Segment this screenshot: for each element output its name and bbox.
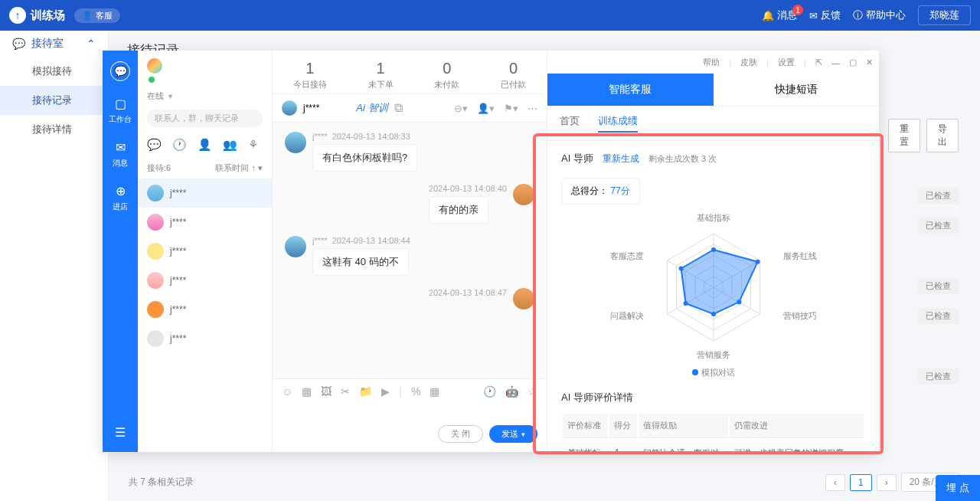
workspace-icon: ▢: [115, 97, 126, 111]
tab-chat-icon[interactable]: 💬: [147, 138, 162, 152]
menu-icon[interactable]: ☰: [115, 425, 126, 440]
stat-paid: 0已付款: [501, 60, 526, 90]
video-icon[interactable]: ▶: [381, 385, 390, 398]
chat-item[interactable]: j****: [138, 208, 272, 237]
avatar: [147, 301, 164, 318]
header-feedback[interactable]: ✉ 反馈: [809, 8, 841, 22]
footer: 共 7 条相关记录 ‹ 1 › 20 条/页 ▾: [129, 473, 959, 492]
checked-badge: 已检查: [918, 188, 959, 204]
more-icon[interactable]: ⋯: [528, 103, 537, 114]
header-help[interactable]: ⓘ 帮助中心: [853, 8, 906, 22]
clip-icon[interactable]: ✂: [341, 385, 350, 398]
tab-quick-phrase[interactable]: 快捷短语: [714, 74, 880, 106]
stat-noorder: 1未下单: [368, 60, 394, 90]
close-button[interactable]: 关 闭: [438, 425, 483, 443]
username[interactable]: 郑晓莲: [918, 5, 971, 25]
ai-header: AI 导师 重新生成 剩余生成次数 3 次: [561, 152, 865, 165]
modal-help[interactable]: 帮助: [703, 57, 720, 68]
percent-icon[interactable]: %: [411, 385, 420, 398]
eval-title: AI 导师评价详情: [561, 391, 865, 404]
doc-icon[interactable]: ▦: [430, 385, 439, 398]
sidebar-section[interactable]: 💬 接待室 ⌃: [0, 31, 108, 57]
header-messages[interactable]: 🔔 消息 1: [762, 8, 797, 22]
search-input[interactable]: 联系人，群，聊天记录: [147, 110, 263, 127]
next-page[interactable]: ›: [877, 474, 897, 491]
close-icon[interactable]: ✕: [866, 57, 873, 67]
chat-bubble-icon: 💬: [110, 61, 130, 81]
ai-mentor-title: AI 导师: [561, 152, 593, 165]
msg-bubble: 有白色休闲板鞋吗?: [312, 144, 417, 172]
tool-icon[interactable]: ⊖▾: [454, 103, 468, 114]
svg-marker-11: [681, 250, 757, 314]
chevron-down-icon[interactable]: ▼: [167, 93, 174, 100]
person-icon: 👤: [82, 11, 93, 21]
tab-people-icon[interactable]: 👥: [223, 138, 237, 152]
tab-person-icon[interactable]: 👤: [198, 138, 212, 152]
envelope-icon: ✉: [116, 140, 126, 155]
regenerate-link[interactable]: 重新生成: [603, 152, 639, 165]
subtab-results[interactable]: 训练成绩: [598, 114, 638, 133]
emoji-icon[interactable]: ☺: [282, 385, 292, 398]
export-button[interactable]: 导出: [926, 119, 959, 152]
prev-page[interactable]: ‹: [825, 474, 845, 491]
chat-item[interactable]: j****: [138, 237, 272, 266]
history-icon[interactable]: 🕐: [483, 385, 496, 398]
image-icon[interactable]: 🖼: [321, 385, 332, 398]
chat-item[interactable]: j****: [138, 295, 272, 324]
tab-clock-icon[interactable]: 🕐: [172, 138, 187, 152]
float-button[interactable]: 埋 点: [936, 475, 980, 501]
avatar: [147, 330, 164, 347]
rail-chat[interactable]: 💬: [110, 61, 130, 81]
robot-icon[interactable]: 🤖: [505, 385, 518, 398]
message-row: j**** 2024-09-13 14:08:44 这鞋有 40 码的不: [285, 236, 534, 276]
modal-settings[interactable]: 设置: [778, 57, 795, 68]
ai-content[interactable]: AI 导师 重新生成 剩余生成次数 3 次 总得分： 77分: [547, 141, 879, 452]
tab-smart-service[interactable]: 智能客服: [547, 74, 714, 106]
status-avatar[interactable]: [147, 58, 162, 74]
text-input[interactable]: [282, 404, 537, 425]
message-list[interactable]: j**** 2024-09-13 14:08:33 有白色休闲板鞋吗? 2024…: [273, 123, 547, 378]
rail-workspace[interactable]: ▢ 工作台: [109, 97, 132, 125]
attach-icon[interactable]: ▦: [302, 385, 312, 398]
online-text[interactable]: 在线: [147, 90, 164, 102]
sub-tabs: 首页 训练成绩: [547, 106, 879, 141]
rail-enter[interactable]: ⊕ 进店: [113, 184, 128, 212]
chat-item[interactable]: j****: [138, 266, 272, 295]
total-count: 共 7 条相关记录: [129, 476, 194, 489]
folder-icon[interactable]: 📁: [359, 385, 372, 398]
chat-item[interactable]: j****: [138, 324, 272, 353]
reset-button[interactable]: 重置: [888, 119, 920, 152]
chat-user-name: j****: [303, 103, 319, 113]
chat-item[interactable]: j****: [138, 178, 272, 208]
sidebar-item-records[interactable]: 接待记录: [0, 86, 108, 115]
sidebar-item-simulate[interactable]: 模拟接待: [0, 57, 108, 86]
score-value: 77分: [610, 185, 629, 196]
rail-messages[interactable]: ✉ 消息: [113, 140, 128, 169]
sidebar: 💬 接待室 ⌃ 模拟接待 接待记录 接待详情: [0, 31, 109, 501]
send-button[interactable]: 发送▾: [489, 425, 537, 443]
modal-skin[interactable]: 皮肤: [740, 57, 757, 68]
tab-share-icon[interactable]: ⚘: [248, 138, 258, 152]
filter-right[interactable]: 联系时间 ↑ ▾: [215, 162, 263, 174]
input-area: ☺ ▦ 🖼 ✂ 📁 ▶ | % ▦ 🕐 🤖 ☆ 关 闭: [273, 378, 547, 452]
star-icon[interactable]: ☆: [528, 385, 537, 398]
chat-filter: 接待:6 联系时间 ↑ ▾: [138, 158, 272, 178]
new-window-icon[interactable]: ⧉: [394, 101, 403, 115]
score-box: 总得分： 77分: [561, 178, 640, 205]
page-number[interactable]: 1: [850, 474, 872, 491]
tool-icon[interactable]: 👤▾: [477, 103, 495, 114]
minimize-icon[interactable]: —: [831, 58, 840, 67]
subtab-home[interactable]: 首页: [560, 114, 580, 133]
eval-table: 评价标准 得分 值得鼓励 仍需改进 基础指标 4 问答比合适，客服对 进行了回答…: [561, 412, 865, 452]
logo[interactable]: ↑ 训练场: [9, 7, 65, 24]
chat-user-bar: j**** Ai 智训 ⧉ ⊖▾ 👤▾ ⚑▾ ⋯: [273, 93, 547, 123]
checked-badge: 已检查: [918, 218, 959, 234]
tool-icon[interactable]: ⚑▾: [504, 103, 518, 114]
maximize-icon[interactable]: ▢: [849, 57, 857, 67]
message-row: 2024-09-13 14:08:47: [285, 288, 534, 309]
role-badge[interactable]: 👤 客服: [74, 8, 120, 23]
radar-legend: 模拟对话: [561, 367, 865, 378]
message-row: 2024-09-13 14:08:40 有的的亲: [285, 184, 534, 224]
pin-icon[interactable]: ⇱: [815, 57, 822, 67]
sidebar-item-details[interactable]: 接待详情: [0, 115, 108, 144]
